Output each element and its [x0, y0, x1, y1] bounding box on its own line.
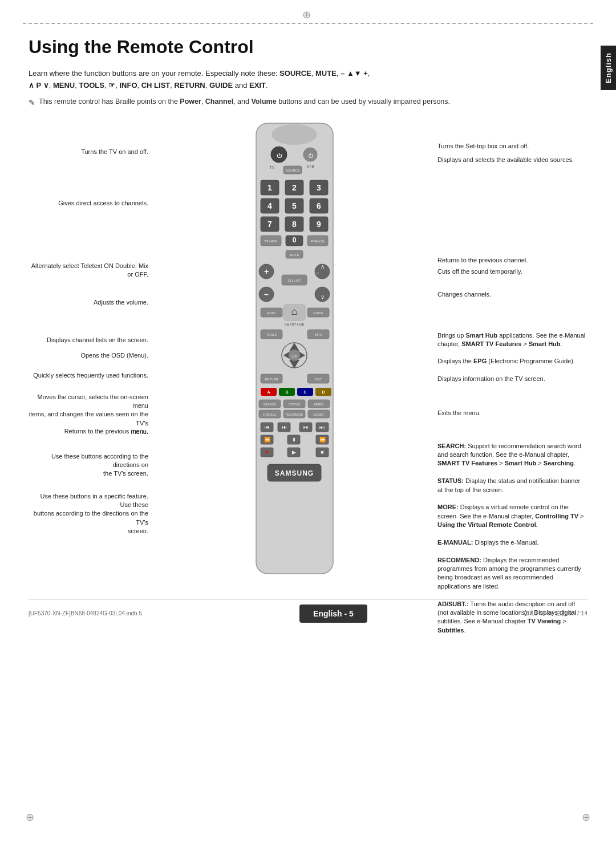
svg-text:⏭: ⏭ — [281, 424, 286, 430]
svg-text:9: 9 — [317, 220, 321, 229]
svg-text:TV: TV — [269, 165, 274, 169]
svg-text:MUTE: MUTE — [289, 253, 299, 257]
svg-text:■: ■ — [321, 449, 323, 455]
svg-text:⏭: ⏭ — [303, 424, 308, 430]
label-color-buttons: Use these buttons according to the direc… — [29, 452, 148, 478]
svg-text:⏸: ⏸ — [291, 437, 296, 443]
svg-text:A: A — [267, 390, 270, 394]
svg-text:4: 4 — [268, 201, 272, 210]
label-exit-menu: Exits the menu. — [437, 409, 481, 417]
label-source: Displays and selects the available video… — [437, 156, 574, 164]
svg-text:E-MANUAL: E-MANUAL — [263, 413, 277, 416]
svg-text:SEARCH: SEARCH — [263, 403, 276, 406]
svg-text:RECOMMEND: RECOMMEND — [286, 413, 303, 416]
svg-text:⏪: ⏪ — [264, 436, 270, 443]
label-media-buttons: Use these buttons in a specific feature.… — [29, 492, 148, 536]
svg-text:MENU: MENU — [266, 311, 275, 315]
svg-text:●: ● — [265, 448, 269, 456]
svg-text:CH LIST: CH LIST — [287, 279, 301, 282]
label-volume: Adjusts the volume. — [94, 298, 148, 307]
svg-text:OK: OK — [291, 354, 297, 358]
note-content: This remote control has Braille points o… — [39, 96, 450, 109]
svg-text:SMART HUB: SMART HUB — [284, 323, 304, 326]
footer-file: [UF5370-XN-ZF]BN68-04824G-03L04.indb 5 — [29, 610, 142, 616]
svg-text:+: + — [264, 267, 268, 276]
svg-text:GUIDE: GUIDE — [313, 311, 323, 315]
svg-text:⏻: ⏻ — [276, 153, 282, 159]
svg-text:PRE-CH: PRE-CH — [311, 240, 324, 243]
side-tab-english: English — [601, 46, 616, 90]
registration-mark-bottom-left: ⊕ — [26, 811, 34, 823]
svg-text:MORE: MORE — [314, 403, 323, 406]
label-teletext: Alternately select Teletext ON Double, M… — [29, 262, 148, 279]
note-icon: ✎ — [29, 97, 35, 109]
svg-text:B: B — [285, 390, 288, 394]
label-prech: Returns to the previous channel. — [437, 256, 528, 265]
svg-text:TOOLS: TOOLS — [266, 333, 277, 336]
svg-text:SOURCE: SOURCE — [285, 169, 300, 172]
svg-text:6: 6 — [317, 201, 321, 210]
svg-text:RETURN: RETURN — [265, 378, 278, 381]
label-pch: Changes channels. — [437, 290, 491, 299]
svg-text:▶: ▶ — [291, 449, 295, 455]
svg-text:AD/SUBT.: AD/SUBT. — [313, 413, 324, 416]
svg-text:7: 7 — [268, 220, 272, 229]
intro-text: Learn where the function buttons are on … — [29, 68, 582, 92]
svg-text:STB: STB — [306, 164, 314, 168]
label-return: Returns to the previous menu. — [64, 427, 148, 436]
label-mute: Cuts off the sound temporarily. — [437, 267, 522, 276]
footer-page-label: English - 5 — [299, 604, 367, 623]
svg-text:⌂: ⌂ — [291, 306, 297, 317]
svg-text:∧: ∧ — [320, 263, 324, 270]
label-epg: Displays the EPG (Electronic Programme G… — [437, 357, 586, 366]
svg-text:SAMSUNG: SAMSUNG — [274, 469, 313, 477]
svg-text:D: D — [322, 390, 325, 394]
svg-text:8: 8 — [292, 220, 297, 229]
label-info-tv: Displays information on the TV screen. — [437, 375, 545, 383]
page-title: Using the Remote Control — [29, 36, 582, 58]
label-stb-power: Turns the Set-top box on and off. — [437, 142, 529, 151]
svg-text:0: 0 — [292, 236, 296, 244]
label-tools: Quickly selects frequently used function… — [33, 371, 148, 380]
svg-text:5: 5 — [292, 201, 297, 210]
label-channels: Gives direct access to channels. — [58, 199, 148, 208]
svg-text:INFO: INFO — [314, 333, 322, 336]
label-ch-list: Displays channel lists on the screen. — [47, 336, 148, 344]
svg-point-1 — [271, 124, 317, 145]
svg-text:⏻: ⏻ — [307, 153, 313, 159]
svg-text:⏻: ⏻ — [277, 116, 282, 121]
svg-text:EXIT: EXIT — [314, 378, 322, 381]
svg-text:STATUS: STATUS — [288, 403, 300, 406]
registration-mark-bottom-right: ⊕ — [582, 811, 590, 823]
svg-text:C: C — [303, 390, 306, 394]
svg-text:⏮: ⏮ — [264, 424, 269, 430]
remote-svg: ⏻ ⏻ TV ⏻ STB SOURCE 1 2 3 4 5 · 6 — [250, 117, 339, 585]
svg-text:⏭|: ⏭| — [319, 425, 325, 430]
label-search-desc: SEARCH: Support to recommendation search… — [437, 442, 585, 635]
remote-control-diagram: ⏻ ⏻ TV ⏻ STB SOURCE 1 2 3 4 5 · 6 — [154, 115, 435, 588]
svg-text:⏩: ⏩ — [319, 436, 326, 443]
svg-text:TTX/MIX: TTX/MIX — [264, 240, 278, 243]
svg-text:–: – — [264, 290, 269, 299]
svg-text:P: P — [316, 271, 319, 275]
svg-text:3: 3 — [317, 183, 321, 192]
registration-mark-top: ⊕ — [302, 9, 311, 21]
svg-text:∨: ∨ — [320, 294, 324, 300]
label-tv-power: Turns the TV on and off. — [81, 148, 148, 156]
label-menu: Opens the OSD (Menu). — [80, 351, 148, 360]
label-smarthub: Brings up Smart Hub applications. See th… — [437, 331, 586, 349]
svg-text:1: 1 — [268, 183, 272, 192]
note-text: ✎ This remote control has Braille points… — [29, 96, 582, 109]
svg-text:2: 2 — [292, 183, 297, 192]
